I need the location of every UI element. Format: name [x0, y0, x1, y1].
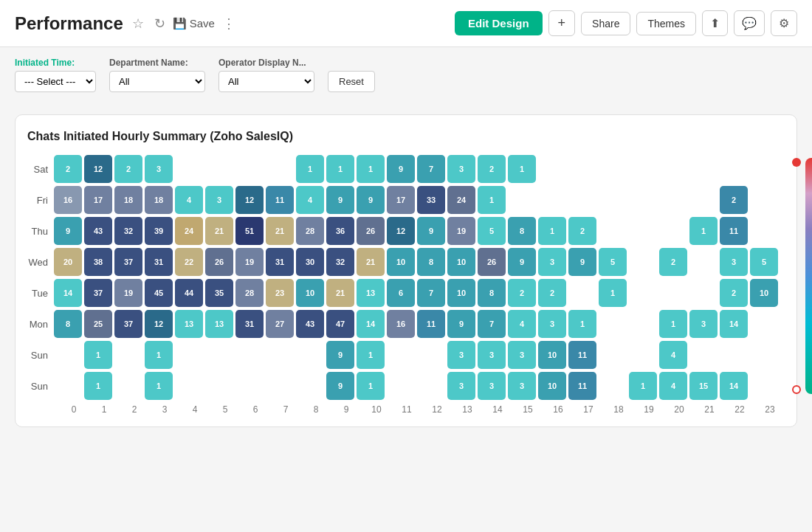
cell[interactable]: 3: [205, 186, 233, 214]
cell[interactable]: 16: [54, 186, 82, 214]
cell[interactable]: 9: [54, 217, 82, 245]
cell[interactable]: 3: [478, 372, 506, 400]
cell[interactable]: [417, 372, 445, 400]
cell[interactable]: 2: [659, 248, 687, 276]
cell[interactable]: 2: [720, 279, 748, 307]
cell[interactable]: [750, 341, 778, 369]
more-icon[interactable]: ⋮: [219, 13, 238, 35]
add-button[interactable]: +: [548, 10, 576, 36]
settings-icon[interactable]: ⚙: [771, 10, 797, 36]
cell[interactable]: 33: [417, 186, 445, 214]
save-button[interactable]: 💾 Save: [173, 17, 215, 30]
cell[interactable]: 8: [508, 217, 536, 245]
cell[interactable]: [629, 155, 657, 183]
cell[interactable]: 20: [54, 248, 82, 276]
cell[interactable]: 10: [750, 279, 778, 307]
operator-select[interactable]: All: [219, 71, 314, 92]
cell[interactable]: 11: [568, 341, 596, 369]
cell[interactable]: [54, 372, 82, 400]
cell[interactable]: 1: [357, 341, 385, 369]
cell[interactable]: [689, 248, 718, 276]
cell[interactable]: 9: [387, 155, 415, 183]
cell[interactable]: [205, 155, 233, 183]
cell[interactable]: 3: [508, 372, 536, 400]
cell[interactable]: 11: [720, 217, 748, 245]
cell[interactable]: 13: [205, 310, 233, 338]
cell[interactable]: [750, 217, 778, 245]
cell[interactable]: 24: [447, 186, 475, 214]
cell[interactable]: [720, 155, 748, 183]
cell[interactable]: [629, 341, 657, 369]
cell[interactable]: 1: [659, 310, 687, 338]
cell[interactable]: 2: [114, 155, 142, 183]
cell[interactable]: 8: [54, 310, 82, 338]
cell[interactable]: 13: [357, 279, 385, 307]
cell[interactable]: [629, 217, 657, 245]
cell[interactable]: 5: [750, 248, 778, 276]
cell[interactable]: [750, 155, 778, 183]
cell[interactable]: 19: [235, 248, 264, 276]
cell[interactable]: [266, 341, 294, 369]
cell[interactable]: 12: [84, 155, 112, 183]
cell[interactable]: [629, 310, 657, 338]
refresh-icon[interactable]: ↻: [151, 13, 168, 35]
cell[interactable]: 21: [205, 217, 233, 245]
cell[interactable]: [659, 155, 687, 183]
cell[interactable]: 28: [296, 217, 324, 245]
cell[interactable]: 14: [720, 372, 748, 400]
cell[interactable]: [266, 372, 294, 400]
cell[interactable]: [599, 341, 627, 369]
cell[interactable]: 18: [145, 186, 173, 214]
export-icon[interactable]: ⬆: [702, 10, 728, 36]
cell[interactable]: 4: [175, 186, 203, 214]
cell[interactable]: 26: [205, 248, 233, 276]
cell[interactable]: [538, 155, 566, 183]
cell[interactable]: [266, 155, 294, 183]
cell[interactable]: 26: [357, 217, 385, 245]
cell[interactable]: 18: [114, 186, 142, 214]
cell[interactable]: 10: [296, 279, 324, 307]
cell[interactable]: 47: [326, 310, 354, 338]
cell[interactable]: 9: [326, 341, 354, 369]
cell[interactable]: 37: [84, 279, 112, 307]
cell[interactable]: 43: [296, 310, 324, 338]
cell[interactable]: 1: [145, 372, 173, 400]
cell[interactable]: [175, 155, 203, 183]
cell[interactable]: 9: [447, 310, 475, 338]
cell[interactable]: [568, 155, 596, 183]
cell[interactable]: 10: [538, 341, 566, 369]
cell[interactable]: 19: [114, 279, 142, 307]
cell[interactable]: 9: [417, 217, 445, 245]
cell[interactable]: 8: [417, 248, 445, 276]
cell[interactable]: [750, 186, 778, 214]
cell[interactable]: 10: [387, 248, 415, 276]
cell[interactable]: 4: [659, 372, 687, 400]
cell[interactable]: [508, 186, 536, 214]
cell[interactable]: 16: [387, 310, 415, 338]
cell[interactable]: 7: [478, 310, 506, 338]
cell[interactable]: [599, 310, 627, 338]
cell[interactable]: [750, 372, 778, 400]
cell[interactable]: [659, 217, 687, 245]
cell[interactable]: [296, 372, 324, 400]
cell[interactable]: 1: [478, 186, 506, 214]
cell[interactable]: [387, 372, 415, 400]
star-icon[interactable]: ☆: [129, 13, 147, 35]
cell[interactable]: [54, 341, 82, 369]
cell[interactable]: 21: [326, 279, 354, 307]
cell[interactable]: 3: [447, 155, 475, 183]
cell[interactable]: 21: [266, 217, 294, 245]
cell[interactable]: 3: [538, 310, 566, 338]
reset-button[interactable]: Reset: [328, 71, 375, 92]
cell[interactable]: 3: [689, 310, 718, 338]
cell[interactable]: 7: [417, 279, 445, 307]
cell[interactable]: [629, 279, 657, 307]
cell[interactable]: 14: [720, 310, 748, 338]
cell[interactable]: 3: [145, 155, 173, 183]
cell[interactable]: 6: [387, 279, 415, 307]
cell[interactable]: 27: [266, 310, 294, 338]
cell[interactable]: 15: [689, 372, 718, 400]
cell[interactable]: 1: [508, 155, 536, 183]
cell[interactable]: 4: [508, 310, 536, 338]
cell[interactable]: 7: [417, 155, 445, 183]
